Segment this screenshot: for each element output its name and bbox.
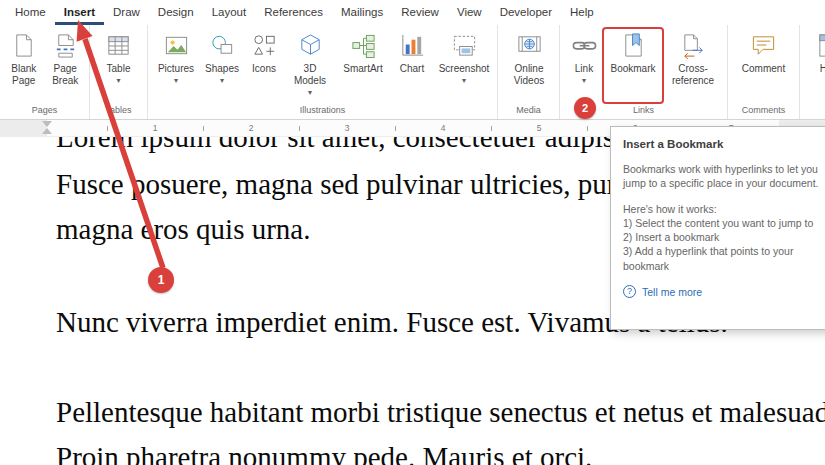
ribbon-group-media: Online Videos Media [498, 25, 560, 119]
ribbon-group-pages: Blank Page Page Break Pages [0, 25, 90, 119]
online-videos-button[interactable]: Online Videos [502, 28, 556, 100]
tab-insert[interactable]: Insert [55, 0, 104, 25]
comment-icon [750, 32, 777, 59]
pictures-button[interactable]: Pictures ▾ [152, 28, 200, 100]
document-line: Pellentesque habitant morbi tristique se… [56, 390, 825, 435]
tooltip-how-title: Here's how it works: [623, 202, 825, 216]
chevron-down-icon: ▾ [220, 77, 224, 85]
table-label: Table [107, 63, 131, 75]
tab-layout[interactable]: Layout [203, 0, 256, 25]
ruler-number: 5 [533, 123, 545, 133]
chevron-down-icon: ▾ [116, 77, 120, 85]
comment-button[interactable]: Comment [731, 28, 796, 100]
3d-models-button[interactable]: 3D Models ▾ [284, 28, 336, 100]
group-label-pages: Pages [0, 102, 89, 119]
help-question-icon: ? [623, 285, 636, 298]
link-icon [571, 32, 598, 59]
shapes-icon [209, 32, 236, 59]
ruler-number: 1 [149, 123, 161, 133]
ribbon-group-header: Hea [800, 25, 825, 119]
comment-label: Comment [742, 63, 785, 75]
pictures-icon [163, 32, 190, 59]
smartart-label: SmartArt [343, 63, 382, 75]
ribbon: Blank Page Page Break Pages Table ▾ Tabl… [0, 25, 825, 120]
blank-page-icon [10, 32, 37, 59]
ribbon-group-illustrations: Pictures ▾ Shapes ▾ Icons 3D Models ▾ [148, 25, 498, 119]
smartart-button[interactable]: SmartArt [336, 28, 390, 100]
cross-reference-icon [680, 32, 707, 59]
chart-icon [399, 32, 426, 59]
group-label-illustrations: Illustrations [148, 102, 497, 119]
group-label-links: Links [560, 102, 727, 119]
header-label: Hea [820, 63, 825, 75]
online-videos-label: Online Videos [502, 63, 556, 87]
bookmark-icon [620, 32, 647, 59]
chart-button[interactable]: Chart [390, 28, 434, 100]
3d-models-icon [297, 32, 324, 59]
icons-icon [251, 32, 278, 59]
cross-reference-label: Cross-reference [662, 63, 724, 87]
blank-page-button[interactable]: Blank Page [3, 28, 45, 100]
ribbon-group-comments: Comment Comments [728, 25, 800, 119]
page-break-button[interactable]: Page Break [45, 28, 87, 100]
table-icon [105, 32, 132, 59]
bookmark-tooltip: Insert a Bookmark Bookmarks work with hy… [610, 126, 825, 330]
page-break-icon [52, 32, 79, 59]
tab-home[interactable]: Home [6, 0, 55, 25]
ribbon-group-links: Link ▾ Bookmark Cross-reference Links [560, 25, 728, 119]
document-line: Proin pharetra nonummy pede. Mauris et o… [56, 435, 825, 465]
group-label-comments: Comments [728, 102, 799, 119]
tooltip-step: 1) Select the content you want to jump t… [623, 216, 825, 230]
tab-view[interactable]: View [448, 0, 491, 25]
ruler-tick [491, 126, 492, 131]
icons-label: Icons [252, 63, 276, 75]
header-icon [816, 32, 825, 59]
tooltip-steps: Here's how it works: 1) Select the conte… [623, 202, 825, 273]
link-button[interactable]: Link ▾ [564, 28, 604, 100]
tab-design[interactable]: Design [149, 0, 203, 25]
icons-button[interactable]: Icons [244, 28, 284, 100]
tooltip-step: 3) Add a hyperlink that points to your b… [623, 244, 825, 272]
tab-developer[interactable]: Developer [491, 0, 561, 25]
bookmark-button[interactable]: Bookmark [604, 28, 662, 100]
tooltip-title: Insert a Bookmark [623, 137, 825, 153]
chevron-down-icon: ▾ [308, 89, 312, 97]
ribbon-tab-bar: Home Insert Draw Design Layout Reference… [0, 0, 825, 25]
ruler-number: 4 [437, 123, 449, 133]
word-window: Home Insert Draw Design Layout Reference… [0, 0, 825, 465]
pictures-label: Pictures [158, 63, 194, 75]
header-button[interactable]: Hea [803, 28, 825, 100]
screenshot-button[interactable]: Screenshot ▾ [434, 28, 494, 100]
group-label-header [800, 102, 825, 119]
table-button[interactable]: Table ▾ [93, 28, 144, 100]
tell-me-more-link[interactable]: Tell me more [642, 285, 702, 299]
screenshot-label: Screenshot [439, 63, 490, 75]
tooltip-step: 2) Insert a bookmark [623, 230, 825, 244]
hanging-indent-marker[interactable] [42, 128, 52, 134]
ruler-tick [203, 126, 204, 131]
tab-review[interactable]: Review [392, 0, 448, 25]
tab-mailings[interactable]: Mailings [332, 0, 392, 25]
ruler-tick [395, 126, 396, 131]
chevron-down-icon: ▾ [462, 77, 466, 85]
ruler-number: 3 [341, 123, 353, 133]
ruler-tick [587, 126, 588, 131]
tab-help[interactable]: Help [561, 0, 603, 25]
ruler-tick [299, 126, 300, 131]
ruler-number: 2 [245, 123, 257, 133]
online-videos-icon [516, 32, 543, 59]
chart-label: Chart [400, 63, 424, 75]
tab-references[interactable]: References [255, 0, 332, 25]
blank-page-label: Blank Page [3, 63, 45, 87]
tooltip-intro: Bookmarks work with hyperlinks to let yo… [623, 162, 825, 190]
cross-reference-button[interactable]: Cross-reference [662, 28, 724, 100]
first-line-indent-marker[interactable] [42, 121, 52, 127]
smartart-icon [350, 32, 377, 59]
group-label-media: Media [498, 102, 559, 119]
chevron-down-icon: ▾ [582, 77, 586, 85]
tab-draw[interactable]: Draw [104, 0, 149, 25]
3d-models-label: 3D Models [289, 63, 331, 87]
shapes-button[interactable]: Shapes ▾ [200, 28, 244, 100]
link-label: Link [575, 63, 593, 75]
page-break-label: Page Break [45, 63, 87, 87]
